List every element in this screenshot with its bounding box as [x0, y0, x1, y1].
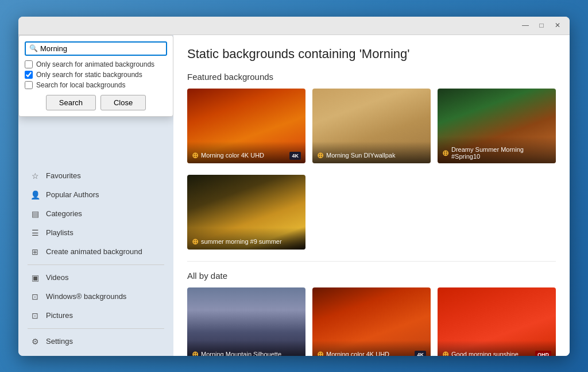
- add-icon: ⊕: [442, 350, 449, 356]
- main-content: Static backgrounds containing 'Morning' …: [173, 35, 570, 356]
- sidebar-item-videos[interactable]: ▣ Videos: [21, 269, 171, 287]
- badge-4k: 4K: [289, 152, 301, 160]
- sidebar-item-favourites-label: Favourites: [46, 171, 81, 180]
- close-button[interactable]: ✕: [550, 20, 565, 31]
- sidebar-item-pictures[interactable]: ⊡ Pictures: [21, 306, 171, 325]
- sidebar-item-windows-backgrounds[interactable]: ⊡ Windows® backgrounds: [21, 287, 171, 306]
- sidebar-divider: [28, 264, 164, 265]
- main-scroll-area[interactable]: Static backgrounds containing 'Morning' …: [173, 35, 570, 356]
- thumb-title: Good morning sunshine: [451, 351, 519, 356]
- sidebar-item-pictures-label: Pictures: [46, 311, 73, 320]
- checkbox-static-label: Only search for static backgrounds: [36, 71, 142, 79]
- thumb-title: Morning color 4K UHD: [201, 152, 264, 159]
- add-icon: ⊕: [192, 151, 199, 160]
- person-icon: 👤: [30, 190, 40, 200]
- sidebar: 🔍 Only search for animated backgrounds O…: [18, 35, 173, 356]
- sidebar-item-popular-authors-label: Popular Authors: [46, 190, 99, 199]
- thumb-label-text: ⊕ summer morning #9 summer: [192, 237, 282, 246]
- all-by-date-title: All by date: [187, 271, 556, 281]
- thumb-label-text: ⊕ Good morning sunshine: [442, 350, 519, 356]
- windows-icon: ⊡: [30, 292, 40, 301]
- checkbox-animated-label: Only search for animated backgrounds: [36, 60, 154, 68]
- sidebar-divider-2: [28, 328, 164, 329]
- sidebar-item-windows-backgrounds-label: Windows® backgrounds: [46, 292, 126, 301]
- search-input-wrap: 🔍: [25, 41, 167, 56]
- badge-qhd: QHD: [535, 351, 551, 356]
- sidebar-item-playlists[interactable]: ☰ Playlists: [21, 224, 171, 242]
- search-popup: 🔍 Only search for animated backgrounds O…: [18, 35, 173, 117]
- thumb-mountain-sil[interactable]: ⊕ Morning Mountain Silhouette: [187, 287, 305, 356]
- add-icon: ⊕: [317, 151, 324, 160]
- add-icon: ⊕: [442, 148, 449, 158]
- thumb-label-text: ⊕ Morning color 4K UHD: [317, 350, 389, 356]
- add-icon: ⊕: [317, 350, 324, 356]
- add-icon: ⊕: [192, 237, 199, 246]
- grid-icon: ▤: [30, 209, 40, 218]
- checkbox-animated[interactable]: [25, 60, 33, 68]
- maximize-button[interactable]: □: [534, 20, 549, 31]
- thumb-label-text: ⊕ Morning Sun DIYwallpak: [317, 151, 395, 160]
- star-icon: ☆: [30, 171, 40, 181]
- checkbox-local-row[interactable]: Search for local backgrounds: [25, 81, 167, 89]
- thumb-summer-morning[interactable]: ⊕ summer morning #9 summer: [187, 175, 305, 250]
- sidebar-item-videos-label: Videos: [46, 273, 69, 282]
- page-title: Static backgrounds containing 'Morning': [187, 47, 556, 62]
- checkbox-static-row[interactable]: Only search for static backgrounds: [25, 71, 167, 79]
- thumb-morning-sun[interactable]: ⊕ Morning Sun DIYwallpak: [312, 89, 431, 163]
- checkbox-static[interactable]: [25, 71, 33, 79]
- thumb-label: ⊕ Morning Mountain Silhouette: [187, 340, 305, 356]
- search-icon: 🔍: [29, 44, 38, 52]
- sidebar-item-create-animated[interactable]: ⊞ Create animated background: [21, 243, 171, 261]
- badge-4k: 4K: [415, 351, 426, 356]
- thumb-title: summer morning #9 summer: [201, 238, 282, 245]
- thumb-title: Morning Sun DIYwallpak: [326, 152, 395, 159]
- thumb-dreamy-summer[interactable]: ⊕ Dreamy Summer Morning #Spring10: [438, 89, 556, 163]
- checkbox-animated-row[interactable]: Only search for animated backgrounds: [25, 60, 167, 68]
- app-window: — □ ✕ 🔍 Only search for animated backgro…: [18, 17, 570, 356]
- thumb-title: Dreamy Summer Morning #Spring10: [451, 146, 551, 160]
- checkbox-local[interactable]: [25, 81, 33, 89]
- search-button[interactable]: Search: [46, 95, 96, 110]
- thumb-title: Morning Mountain Silhouette: [201, 351, 281, 356]
- thumb-morning-color-4k[interactable]: ⊕ Morning color 4K UHD 4K: [187, 89, 305, 163]
- settings-icon: ⚙: [30, 337, 40, 346]
- thumb-title: Morning color 4K UHD: [326, 351, 389, 356]
- sidebar-nav: ☆ Favourites 👤 Popular Authors ▤ Categor…: [18, 166, 173, 356]
- thumb-good-morning[interactable]: ⊕ Good morning sunshine QHD: [438, 287, 556, 356]
- featured-grid: ⊕ Morning color 4K UHD 4K ⊕ Morning Sun …: [187, 89, 556, 163]
- thumb-label: ⊕ summer morning #9 summer: [187, 228, 305, 250]
- sidebar-item-popular-authors[interactable]: 👤 Popular Authors: [21, 186, 171, 204]
- list-icon: ☰: [30, 228, 40, 237]
- search-input[interactable]: [40, 44, 163, 53]
- close-popup-button[interactable]: Close: [100, 95, 146, 110]
- thumb-label: ⊕ Dreamy Summer Morning #Spring10: [438, 137, 556, 163]
- thumb-label-text: ⊕ Dreamy Summer Morning #Spring10: [442, 146, 551, 160]
- thumb-label: ⊕ Morning color 4K UHD 4K: [312, 340, 431, 356]
- thumb-morning-color2[interactable]: ⊕ Morning color 4K UHD 4K: [312, 287, 431, 356]
- search-popup-buttons: Search Close: [25, 95, 167, 110]
- thumb-label-text: ⊕ Morning Mountain Silhouette: [192, 350, 281, 356]
- sidebar-item-favourites[interactable]: ☆ Favourites: [21, 167, 171, 185]
- checkbox-local-label: Search for local backgrounds: [36, 81, 125, 89]
- featured-section-title: Featured backgrounds: [187, 72, 556, 82]
- thumb-label: ⊕ Good morning sunshine QHD: [438, 340, 556, 356]
- sidebar-item-playlists-label: Playlists: [46, 228, 74, 237]
- thumb-label-text: ⊕ Morning color 4K UHD: [192, 151, 264, 160]
- all-by-date-grid: ⊕ Morning Mountain Silhouette ⊕ Morning …: [187, 287, 556, 356]
- sidebar-item-categories[interactable]: ▤ Categories: [21, 205, 171, 223]
- section-divider: [187, 261, 556, 262]
- sidebar-item-settings-label: Settings: [46, 337, 73, 346]
- content-area: 🔍 Only search for animated backgrounds O…: [18, 35, 570, 356]
- add-icon: ⊕: [192, 350, 199, 356]
- thumb-label: ⊕ Morning color 4K UHD 4K: [187, 141, 305, 163]
- featured-row2: ⊕ summer morning #9 summer: [187, 175, 556, 250]
- sidebar-item-settings[interactable]: ⚙ Settings: [21, 332, 171, 351]
- minimize-button[interactable]: —: [518, 20, 533, 31]
- thumb-label: ⊕ Morning Sun DIYwallpak: [312, 141, 431, 163]
- picture-icon: ⊡: [30, 311, 40, 320]
- titlebar: — □ ✕: [18, 17, 570, 35]
- sidebar-item-categories-label: Categories: [46, 209, 82, 218]
- sidebar-item-create-animated-label: Create animated background: [46, 247, 142, 256]
- video-icon: ▣: [30, 273, 40, 282]
- add-box-icon: ⊞: [30, 247, 40, 256]
